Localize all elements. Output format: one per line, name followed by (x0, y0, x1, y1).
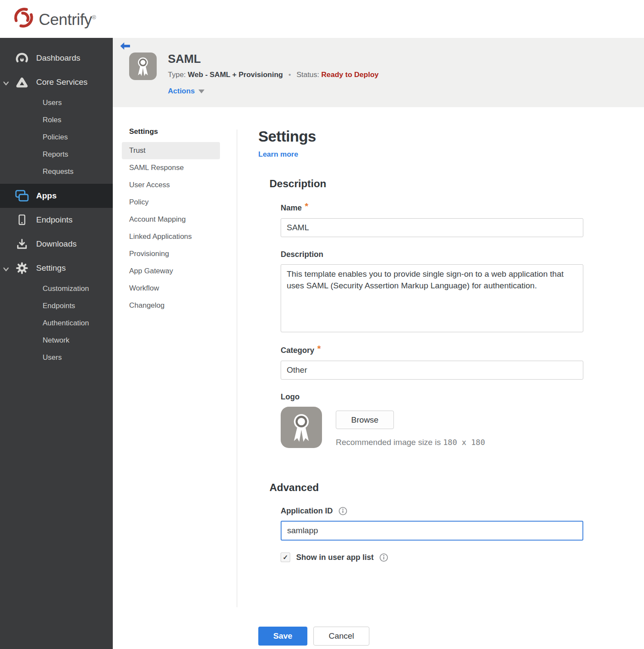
check-icon: ✓ (283, 553, 288, 561)
cancel-button[interactable]: Cancel (313, 627, 369, 646)
sidebar-item-dashboards[interactable]: Dashboards (0, 46, 113, 70)
subnav-item-changelog[interactable]: Changelog (122, 297, 220, 314)
recommended-size-text: Recommended image size is 180 x 180 (336, 438, 485, 447)
required-asterisk: * (305, 201, 308, 211)
description-section-heading: Description (269, 178, 590, 190)
type-label: Type: (168, 71, 186, 79)
save-button[interactable]: Save (258, 627, 307, 646)
sidebar-item-label: Settings (36, 263, 66, 273)
trademark-symbol: ® (92, 14, 96, 21)
subnav-item-saml-response[interactable]: SAML Response (122, 159, 220, 176)
sidebar-item-roles[interactable]: Roles (0, 111, 113, 129)
name-field[interactable] (281, 218, 583, 237)
subnav-item-user-access[interactable]: User Access (122, 176, 220, 194)
page-title: Settings (258, 128, 590, 145)
show-in-app-list-row: ✓ Show in user app list (281, 553, 583, 562)
download-icon (15, 238, 29, 250)
page: Centrify® Dashboards Core Services Users… (0, 0, 644, 649)
sidebar-item-label: Core Services (36, 77, 87, 87)
info-icon[interactable] (379, 553, 388, 562)
status-badge: Ready to Deploy (321, 71, 378, 79)
advanced-section: Advanced Application ID ✓ Show in user a… (258, 482, 590, 646)
gear-icon (15, 262, 29, 275)
subnav-item-app-gateway[interactable]: App Gateway (122, 263, 220, 280)
description-section: Description Name * Description This temp… (258, 178, 590, 448)
subnav-item-trust[interactable]: Trust (122, 142, 220, 159)
description-label: Description (281, 250, 583, 259)
sidebar-item-downloads[interactable]: Downloads (0, 232, 113, 256)
sidebar-item-users[interactable]: Users (0, 94, 113, 111)
sidebar-item-label: Endpoints (36, 215, 73, 225)
sidebar-item-endpoints-settings[interactable]: Endpoints (0, 297, 113, 315)
chevron-down-icon (3, 78, 9, 88)
main-panel: Settings Learn more Description Name * D… (258, 128, 590, 646)
sidebar-item-users-settings[interactable]: Users (0, 349, 113, 366)
type-value: Web - SAML + Provisioning (188, 71, 283, 79)
subnav-item-linked-applications[interactable]: Linked Applications (122, 228, 220, 245)
category-label: Category * (281, 345, 583, 355)
apps-icon (15, 190, 29, 202)
sidebar-item-label: Dashboards (36, 53, 80, 63)
subnav-header: Settings (122, 127, 220, 142)
sidebar-item-apps[interactable]: Apps (0, 184, 113, 208)
sidebar: Dashboards Core Services Users Roles Pol… (0, 38, 113, 649)
subnav-item-provisioning[interactable]: Provisioning (122, 245, 220, 263)
chevron-down-icon (3, 264, 9, 274)
logo-preview (281, 407, 322, 448)
actions-label: Actions (168, 87, 195, 96)
app-logo (129, 53, 157, 80)
form-footer: Save Cancel (258, 627, 583, 646)
core-services-icon (15, 76, 29, 89)
sidebar-item-endpoints[interactable]: Endpoints (0, 208, 113, 232)
mobile-device-icon (15, 213, 29, 226)
sidebar-item-customization[interactable]: Customization (0, 280, 113, 297)
sidebar-item-label: Downloads (36, 239, 77, 249)
description-field[interactable]: This template enables you to provide sin… (281, 264, 583, 332)
sidebar-item-label: Apps (36, 191, 57, 201)
back-arrow-icon[interactable] (120, 42, 130, 52)
centrify-swirl-icon (13, 7, 34, 28)
app-header: SAML Type: Web - SAML + Provisioning • S… (113, 38, 644, 107)
name-label: Name * (281, 203, 583, 213)
sidebar-item-network[interactable]: Network (0, 332, 113, 349)
learn-more-link[interactable]: Learn more (258, 150, 298, 159)
sidebar-item-core-services[interactable]: Core Services (0, 70, 113, 94)
top-bar: Centrify® (0, 0, 644, 38)
subnav-item-policy[interactable]: Policy (122, 194, 220, 211)
status-label: Status: (297, 71, 319, 79)
show-in-app-list-checkbox[interactable]: ✓ (281, 553, 290, 562)
brand-logo: Centrify® (13, 7, 96, 31)
caret-down-icon (198, 89, 205, 94)
app-meta: Type: Web - SAML + Provisioning • Status… (168, 71, 378, 79)
show-in-app-list-label: Show in user app list (296, 553, 374, 562)
settings-subnav: Settings Trust SAML Response User Access… (122, 127, 220, 314)
category-field[interactable] (281, 361, 583, 380)
sidebar-item-requests[interactable]: Requests (0, 163, 113, 180)
award-ribbon-icon (129, 53, 157, 80)
app-title: SAML (168, 53, 201, 66)
subnav-item-workflow[interactable]: Workflow (122, 280, 220, 297)
actions-dropdown[interactable]: Actions (168, 87, 205, 96)
sidebar-item-policies[interactable]: Policies (0, 129, 113, 146)
advanced-section-heading: Advanced (269, 482, 590, 494)
vertical-divider (237, 130, 237, 607)
content-area: Settings Trust SAML Response User Access… (113, 107, 644, 649)
meta-separator: • (288, 71, 291, 79)
subnav-item-account-mapping[interactable]: Account Mapping (122, 211, 220, 228)
gauge-icon (15, 52, 29, 65)
brand-name: Centrify® (39, 7, 96, 31)
application-id-label: Application ID (281, 507, 583, 516)
required-asterisk: * (317, 343, 321, 354)
award-ribbon-icon (281, 407, 322, 448)
sidebar-item-settings[interactable]: Settings (0, 256, 113, 280)
info-icon[interactable] (338, 507, 347, 516)
logo-label: Logo (281, 392, 583, 402)
application-id-field[interactable] (281, 521, 583, 541)
sidebar-item-authentication[interactable]: Authentication (0, 315, 113, 332)
browse-button[interactable]: Browse (336, 411, 394, 429)
sidebar-item-reports[interactable]: Reports (0, 146, 113, 163)
